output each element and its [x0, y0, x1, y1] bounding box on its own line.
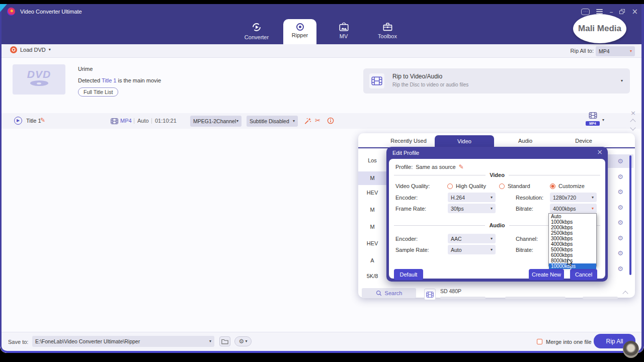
profile-list-item[interactable]: M	[358, 207, 386, 213]
menu-icon[interactable]	[596, 9, 603, 14]
save-path-select[interactable]: E:\FoneLab\Video Converter Ultimate\Ripp…	[32, 336, 214, 347]
edit-pencil-icon[interactable]: ✎	[459, 164, 464, 170]
chevron-down-icon[interactable]: ▾	[602, 118, 604, 122]
tab-ripper[interactable]: Ripper	[280, 21, 320, 38]
profile-film-icon	[424, 289, 436, 300]
search-icon	[376, 290, 382, 296]
dialog-close-icon[interactable]: ×	[597, 148, 603, 155]
cut-scissors-icon[interactable]: ✂	[315, 117, 320, 124]
subtitle-select[interactable]: Subtitle Disabled ▾	[247, 116, 298, 127]
dropdown-option[interactable]: 8000kbps	[549, 258, 596, 263]
chevron-up-icon[interactable]	[622, 291, 628, 296]
profile-list-item[interactable]: A	[358, 257, 386, 263]
bitrate-label: Bitrate:	[516, 206, 533, 212]
profile-list-item[interactable]: HEV	[358, 240, 386, 246]
cancel-button[interactable]: Cancel	[570, 269, 597, 280]
dropdown-option[interactable]: 6000kbps	[549, 252, 596, 258]
radio-standard[interactable]	[499, 184, 505, 189]
blurred-text	[583, 297, 618, 299]
output-format-badge: MP4	[586, 121, 600, 126]
dropdown-option[interactable]: 4000kbps	[549, 241, 596, 247]
encoder-select[interactable]: H.264▾	[448, 193, 496, 202]
info-icon[interactable]	[327, 117, 334, 124]
profile-list-item[interactable]: 5K/8	[358, 273, 386, 279]
audio-encoder-select[interactable]: AAC▾	[448, 234, 496, 243]
create-new-button[interactable]: Create New	[529, 269, 564, 280]
film-strip-icon	[589, 112, 597, 119]
dropdown-option-selected[interactable]: 10000kbps	[549, 263, 596, 269]
full-title-list-button[interactable]: Full Title List	[78, 87, 118, 97]
gear-icon: ⚙	[239, 338, 245, 344]
output-format-button[interactable]: MP4	[586, 112, 600, 126]
radio-high-quality-label[interactable]: High Quality	[456, 183, 486, 189]
gear-icon[interactable]: ⚙	[610, 219, 630, 226]
feedback-icon[interactable]: ···	[581, 9, 590, 15]
load-dvd-button[interactable]: Load DVD ▾	[10, 46, 51, 53]
title-link[interactable]: Title 1	[102, 77, 117, 83]
gear-icon[interactable]: ⚙	[610, 157, 630, 165]
profile-list-item[interactable]: Los	[358, 157, 386, 163]
bitrate-select[interactable]: 4000kbps▾	[550, 204, 597, 213]
tab-video[interactable]: Video	[435, 135, 494, 147]
search-box[interactable]: Search	[362, 288, 416, 298]
dropdown-option[interactable]: 2000kbps	[549, 225, 596, 230]
radio-high-quality[interactable]	[447, 184, 453, 189]
chevron-down-icon: ▾	[491, 207, 493, 211]
film-strip-icon	[111, 118, 118, 124]
profile-list-item[interactable]: M	[358, 224, 386, 230]
edit-pencil-icon[interactable]: ✎	[40, 117, 45, 123]
gear-icon[interactable]: ⚙	[610, 204, 630, 211]
video-section-divider: Video	[394, 172, 600, 178]
frame-rate-select[interactable]: 30fps▾	[448, 204, 496, 213]
tab-mv[interactable]: MV	[324, 21, 364, 39]
audio-track-select[interactable]: MPEG1-2Channel ▾	[190, 116, 242, 127]
tab-audio[interactable]: Audio	[518, 138, 532, 144]
tab-device[interactable]: Device	[575, 138, 592, 144]
radio-customize-label[interactable]: Customize	[558, 183, 585, 189]
save-to-label: Save to:	[8, 339, 28, 345]
gear-icon[interactable]: ⚙	[610, 249, 630, 257]
dropdown-option[interactable]: 1000kbps	[549, 219, 596, 225]
encoder-label: Encoder:	[395, 195, 418, 201]
gear-icon[interactable]: ⚙	[610, 188, 630, 196]
tab-converter[interactable]: Converter	[236, 21, 277, 40]
tab-recently-used[interactable]: Recently Used	[390, 138, 427, 144]
panel-close-icon[interactable]: ×	[630, 110, 636, 116]
dropdown-option[interactable]: 5000kbps	[549, 247, 596, 252]
merge-checkbox[interactable]	[537, 339, 542, 344]
sample-rate-select[interactable]: Auto▾	[448, 245, 496, 254]
edit-wand-icon[interactable]	[304, 117, 311, 125]
gear-icon[interactable]: ⚙	[610, 173, 630, 180]
minimize-button[interactable]: –	[609, 8, 613, 15]
dropdown-option[interactable]: 3000kbps	[549, 236, 596, 241]
profile-list-item[interactable]: HEV	[358, 190, 386, 196]
settings-button[interactable]: ⚙ ▾	[234, 336, 252, 346]
video-quality-label: Video Quality:	[395, 183, 430, 189]
ripper-disc-icon	[296, 23, 304, 31]
source-format: MP4	[120, 118, 132, 124]
close-button[interactable]: ×	[631, 8, 638, 16]
chevron-down-icon: ▾	[209, 339, 211, 343]
tab-toolbox[interactable]: Toolbox	[367, 21, 408, 39]
profile-label: Profile:	[395, 164, 413, 170]
chevron-down-icon: ▾	[491, 237, 493, 241]
merge-label[interactable]: Merge into one file	[546, 339, 592, 345]
play-icon[interactable]: ▶	[14, 117, 22, 125]
radio-customize[interactable]	[550, 184, 555, 189]
radio-standard-label[interactable]: Standard	[508, 183, 530, 189]
corner-overlay	[0, 4, 7, 12]
resolution-select[interactable]: 644x362▾	[550, 193, 597, 202]
gear-icon[interactable]: ⚙	[610, 234, 630, 242]
rip-all-format-select[interactable]: MP4 ▾	[596, 46, 635, 56]
default-button[interactable]: Default	[394, 269, 423, 280]
profile-list-item[interactable]: M	[358, 175, 386, 181]
dropdown-option[interactable]: Auto	[549, 214, 596, 219]
scrollbar[interactable]	[629, 155, 631, 275]
dropdown-option[interactable]: 2500kbps	[549, 230, 596, 236]
separator	[134, 118, 134, 124]
rip-mode-card[interactable]: Rip to Video/Audio Rip the Disc to video…	[363, 68, 630, 94]
restore-button[interactable]	[619, 9, 625, 14]
gear-icon[interactable]: ⚙	[610, 265, 630, 273]
open-folder-button[interactable]	[219, 336, 230, 346]
visible-profile-name[interactable]: SD 480P	[440, 288, 461, 294]
